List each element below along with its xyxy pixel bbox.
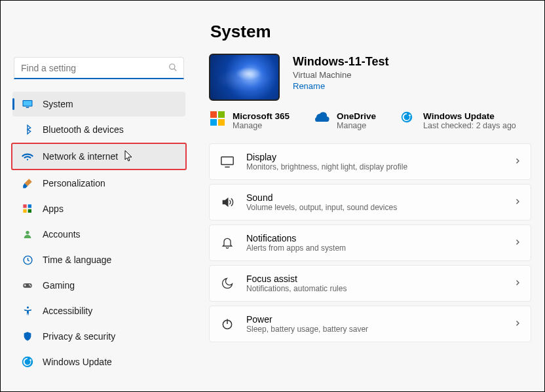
settings-app: SystemBluetooth & devicesNetwork & inter…: [1, 1, 544, 391]
svg-point-14: [26, 306, 28, 308]
chevron-right-icon: [514, 156, 520, 168]
svg-rect-6: [28, 204, 31, 207]
service-title: Microsoft 365: [233, 111, 290, 121]
svg-rect-4: [26, 107, 29, 109]
svg-rect-8: [28, 209, 31, 213]
monitor-icon: [22, 98, 33, 110]
sidebar-item-label: Privacy & security: [43, 331, 115, 342]
service-title: Windows Update: [423, 111, 516, 121]
cursor-icon: [124, 150, 134, 164]
card-sub: Alerts from apps and system: [246, 243, 502, 253]
service-microsoft-[interactable]: Microsoft 365Manage: [210, 111, 290, 130]
svg-line-1: [174, 69, 176, 71]
svg-point-0: [170, 64, 175, 69]
chevron-right-icon: [514, 318, 520, 330]
sidebar-item-windows-update[interactable]: Windows Update: [12, 349, 185, 374]
sidebar-item-label: Network & internet: [43, 151, 118, 162]
power-icon: [220, 317, 235, 331]
svg-point-9: [26, 231, 29, 234]
sidebar-item-label: Windows Update: [43, 357, 112, 367]
onedrive-icon: [314, 111, 330, 127]
shield-icon: [22, 330, 33, 342]
apps-icon: [22, 203, 33, 215]
sidebar: SystemBluetooth & devicesNetwork & inter…: [5, 5, 193, 387]
update-icon: [401, 111, 417, 127]
pc-meta: Windows-11-Test Virtual Machine Rename: [293, 54, 389, 101]
sidebar-item-label: Gaming: [43, 280, 75, 291]
service-onedrive[interactable]: OneDriveManage: [314, 111, 376, 130]
bluetooth-icon: [22, 124, 33, 135]
service-sub: Manage: [233, 121, 290, 130]
chevron-right-icon: [514, 196, 520, 208]
card-title: Notifications: [246, 233, 502, 243]
wifi-icon: [22, 151, 33, 162]
ms365-icon: [210, 111, 226, 127]
chevron-right-icon: [514, 237, 520, 249]
sound-icon: [220, 195, 235, 209]
svg-point-13: [30, 285, 31, 287]
nav-list: SystemBluetooth & devicesNetwork & inter…: [10, 91, 188, 375]
sidebar-item-apps[interactable]: Apps: [12, 196, 185, 221]
sidebar-item-gaming[interactable]: Gaming: [12, 273, 185, 298]
sidebar-item-label: Bluetooth & devices: [43, 124, 124, 135]
service-sub: Manage: [337, 121, 376, 130]
bell-icon: [220, 236, 235, 250]
gamepad-icon: [22, 279, 33, 291]
moon-icon: [220, 276, 235, 291]
main-panel: System Windows-11-Test Virtual Machine R…: [193, 5, 540, 387]
pc-info-row: Windows-11-Test Virtual Machine Rename: [209, 54, 531, 101]
sidebar-item-label: Accounts: [43, 229, 81, 240]
card-sub: Notifications, automatic rules: [246, 284, 502, 293]
card-title: Power: [246, 314, 502, 325]
chevron-right-icon: [514, 277, 520, 289]
sidebar-item-accessibility[interactable]: Accessibility: [12, 298, 185, 323]
card-notifications[interactable]: NotificationsAlerts from apps and system: [209, 224, 531, 261]
card-title: Display: [246, 152, 502, 162]
sidebar-item-network-internet[interactable]: Network & internet: [11, 143, 187, 170]
card-sub: Volume levels, output, input, sound devi…: [246, 203, 502, 212]
card-sub: Sleep, battery usage, battery saver: [246, 325, 502, 334]
sidebar-item-accounts[interactable]: Accounts: [12, 222, 185, 247]
svg-rect-5: [23, 204, 26, 207]
service-windows-update[interactable]: Windows UpdateLast checked: 2 days ago: [401, 111, 516, 130]
sidebar-item-label: System: [43, 99, 73, 109]
card-title: Sound: [246, 192, 502, 203]
globe-clock-icon: [22, 254, 33, 266]
sidebar-item-label: Apps: [43, 204, 64, 214]
sidebar-item-label: Time & language: [43, 255, 111, 265]
services-row: Microsoft 365ManageOneDriveManageWindows…: [209, 111, 531, 130]
search-input[interactable]: [14, 57, 184, 79]
svg-rect-17: [221, 157, 233, 165]
card-display[interactable]: DisplayMonitors, brightness, night light…: [209, 143, 531, 180]
service-title: OneDrive: [337, 111, 376, 121]
sidebar-item-personalization[interactable]: Personalization: [12, 171, 185, 196]
card-focus-assist[interactable]: Focus assistNotifications, automatic rul…: [209, 265, 531, 302]
display-icon: [220, 154, 235, 169]
svg-point-12: [29, 284, 30, 285]
card-title: Focus assist: [246, 274, 502, 284]
card-power[interactable]: PowerSleep, battery usage, battery saver: [209, 306, 531, 342]
search-icon: [168, 63, 178, 72]
sidebar-item-time-language[interactable]: Time & language: [12, 247, 185, 272]
search-container: [14, 57, 184, 79]
service-sub: Last checked: 2 days ago: [423, 121, 516, 130]
pc-type: Virtual Machine: [293, 70, 389, 80]
accessibility-icon: [22, 305, 33, 317]
sidebar-item-bluetooth-devices[interactable]: Bluetooth & devices: [12, 117, 185, 142]
svg-rect-7: [23, 209, 26, 213]
person-icon: [22, 228, 33, 240]
pc-name: Windows-11-Test: [293, 55, 389, 69]
brush-icon: [22, 177, 33, 189]
pc-thumbnail[interactable]: [209, 54, 280, 101]
card-sub: Monitors, brightness, night light, displ…: [246, 162, 502, 171]
settings-cards: DisplayMonitors, brightness, night light…: [209, 143, 531, 342]
svg-rect-3: [24, 101, 32, 106]
page-title: System: [210, 22, 531, 42]
rename-link[interactable]: Rename: [293, 81, 389, 91]
sidebar-item-system[interactable]: System: [12, 92, 185, 116]
sidebar-item-label: Personalization: [43, 178, 105, 188]
sidebar-item-privacy-security[interactable]: Privacy & security: [12, 324, 185, 349]
update-icon: [22, 356, 33, 368]
card-sound[interactable]: SoundVolume levels, output, input, sound…: [209, 184, 531, 221]
sidebar-item-label: Accessibility: [43, 306, 92, 316]
